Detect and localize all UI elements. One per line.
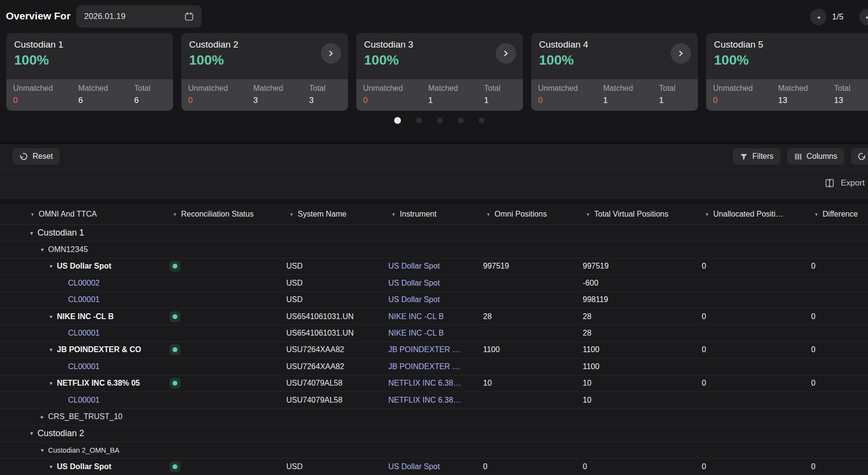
refresh-button[interactable] <box>851 148 868 165</box>
caret-down-icon[interactable] <box>41 247 44 253</box>
group-row-account[interactable]: CRS_BE_TRUST_10 <box>0 408 868 425</box>
client-link[interactable]: CL00002 <box>68 279 100 288</box>
filters-button[interactable]: Filters <box>733 148 781 165</box>
instrument-link[interactable]: US Dollar Spot <box>388 262 440 270</box>
columns-label: Columns <box>807 152 837 161</box>
card-stats: Unmatched 0 Matched 13 Total 13 <box>706 79 868 111</box>
caret-down-icon[interactable] <box>50 380 52 386</box>
custodian-card[interactable]: Custodian 3 100% Unmatched 0 Matched 1 T… <box>356 33 523 111</box>
client-row[interactable]: CL00002 USD US Dollar Spot -600 <box>0 275 868 291</box>
client-row[interactable]: CL00001 USU74079AL58 NETFLIX INC 6.38… 1… <box>0 392 868 408</box>
instrument-row[interactable]: US Dollar Spot USD US Dollar Spot 997519… <box>0 258 868 275</box>
calendar-icon <box>184 11 194 22</box>
matched-label: Matched <box>603 84 659 93</box>
group-row-account[interactable]: Custodian 2_OMN_BA <box>0 442 868 458</box>
carousel-dot[interactable] <box>458 118 464 123</box>
client-link[interactable]: CL00001 <box>68 295 100 304</box>
card-detail-button[interactable] <box>321 43 341 64</box>
instrument-row[interactable]: JB POINDEXTER & CO USU7264XAA82 JB POIND… <box>0 342 868 358</box>
unmatched-label: Unmatched <box>713 84 778 93</box>
client-link[interactable]: CL00001 <box>68 329 100 338</box>
caret-down-icon[interactable] <box>41 447 44 453</box>
sort-caret-icon <box>392 212 395 217</box>
column-header-omni-and-ttca[interactable]: OMNI And TTCA <box>0 210 168 219</box>
system-name-cell: USU7264XAA82 <box>284 345 386 354</box>
export-button[interactable]: Export <box>821 177 868 189</box>
instrument-row[interactable]: US Dollar Spot USD US Dollar Spot 0 0 0 … <box>0 458 868 475</box>
instrument-link[interactable]: NETFLIX INC 6.38… <box>388 379 461 387</box>
carousel-dot[interactable] <box>437 118 443 123</box>
client-row[interactable]: CL00001 USU7264XAA82 JB POINDEXTER … 110… <box>0 358 868 375</box>
unmatched-value: 0 <box>538 96 603 105</box>
instrument-link[interactable]: US Dollar Spot <box>388 462 440 471</box>
instrument-link[interactable]: US Dollar Spot <box>388 295 440 304</box>
group-row-custodian[interactable]: Custodian 1 <box>0 225 868 241</box>
carousel-next-button[interactable] <box>859 9 868 25</box>
carousel-dot[interactable] <box>416 118 422 123</box>
column-header-total-virtual-positions[interactable]: Total Virtual Positions <box>581 210 700 219</box>
card-detail-button[interactable] <box>671 43 691 64</box>
carousel-prev-button[interactable] <box>810 9 827 25</box>
group-row-account[interactable]: OMN12345 <box>0 241 868 258</box>
caret-right-icon[interactable] <box>41 414 44 420</box>
column-header-reconciliation-status[interactable]: Reconciliation Status <box>168 210 284 219</box>
caret-down-icon[interactable] <box>50 263 52 269</box>
matched-label: Matched <box>778 84 834 93</box>
client-row[interactable]: CL00001 USD US Dollar Spot 998119 <box>0 292 868 308</box>
system-name-cell: USD <box>284 262 386 271</box>
instrument-link[interactable]: JB POINDEXTER … <box>388 362 460 371</box>
group-label: CRS_BE_TRUST_10 <box>48 412 122 421</box>
caret-down-icon[interactable] <box>30 430 33 436</box>
export-icon <box>824 178 835 188</box>
instrument-link[interactable]: JB POINDEXTER … <box>388 345 460 354</box>
column-header-unallocated-positions[interactable]: Unallocated Positi… <box>700 210 809 219</box>
caret-down-icon[interactable] <box>50 347 52 353</box>
carousel-dot[interactable] <box>479 118 485 123</box>
column-header-instrument[interactable]: Instrument <box>386 210 481 219</box>
reconciliation-table: OMNI And TTCA Reconciliation Status Syst… <box>0 199 868 475</box>
instrument-link[interactable]: NETFLIX INC 6.38… <box>388 396 461 404</box>
custodian-card[interactable]: Custodian 1 100% Unmatched 0 Matched 6 T… <box>6 33 173 111</box>
client-link[interactable]: CL00001 <box>68 396 100 405</box>
custodian-card[interactable]: Custodian 4 100% Unmatched 0 Matched 1 T… <box>531 33 698 111</box>
columns-icon <box>794 153 802 161</box>
total-virtual-cell: 10 <box>581 379 700 388</box>
column-header-difference[interactable]: Difference <box>809 210 868 219</box>
caret-down-icon[interactable] <box>30 230 33 236</box>
match-percent: 100% <box>14 52 165 68</box>
carousel-dot-active[interactable] <box>394 117 401 124</box>
columns-button[interactable]: Columns <box>787 148 844 165</box>
card-detail-button[interactable] <box>496 43 516 64</box>
unmatched-value: 0 <box>363 96 428 105</box>
instrument-link[interactable]: NIKE INC -CL B <box>388 312 444 321</box>
caret-down-icon[interactable] <box>50 314 52 320</box>
sort-caret-icon <box>587 212 590 217</box>
match-percent: 100% <box>714 52 865 68</box>
instrument-name: NETFLIX INC 6.38% 05 <box>57 379 140 388</box>
reset-icon <box>19 152 28 161</box>
matched-dot-icon <box>173 464 177 469</box>
sort-caret-icon <box>31 212 34 217</box>
toolbar-row: Reset Filters <box>0 144 868 170</box>
custodian-card[interactable]: Custodian 5 100% Unmatched 0 Matched 13 … <box>706 33 868 111</box>
filter-funnel-icon <box>740 153 748 161</box>
caret-down-icon[interactable] <box>50 464 52 470</box>
reset-button[interactable]: Reset <box>13 148 60 165</box>
instrument-row[interactable]: NIKE INC -CL B US6541061031.UN NIKE INC … <box>0 308 868 325</box>
total-label: Total <box>309 84 348 93</box>
match-percent: 100% <box>364 52 515 68</box>
instrument-link[interactable]: US Dollar Spot <box>388 279 440 287</box>
date-picker-input[interactable]: 2026.01.19 <box>76 5 202 28</box>
group-row-custodian[interactable]: Custodian 2 <box>0 425 868 442</box>
client-link[interactable]: CL00001 <box>68 362 100 371</box>
column-header-omni-positions[interactable]: Omni Positions <box>481 210 581 219</box>
matched-label: Matched <box>78 84 134 93</box>
system-name-cell: USU74079AL58 <box>284 396 386 405</box>
column-header-system-name[interactable]: System Name <box>284 210 386 219</box>
matched-label: Matched <box>253 84 309 93</box>
client-row[interactable]: CL00001 US6541061031.UN NIKE INC -CL B 2… <box>0 325 868 341</box>
instrument-row[interactable]: NETFLIX INC 6.38% 05 USU74079AL58 NETFLI… <box>0 375 868 392</box>
group-label: Custodian 1 <box>37 228 84 238</box>
instrument-link[interactable]: NIKE INC -CL B <box>388 329 444 337</box>
custodian-card[interactable]: Custodian 2 100% Unmatched 0 Matched 3 T… <box>181 33 348 111</box>
